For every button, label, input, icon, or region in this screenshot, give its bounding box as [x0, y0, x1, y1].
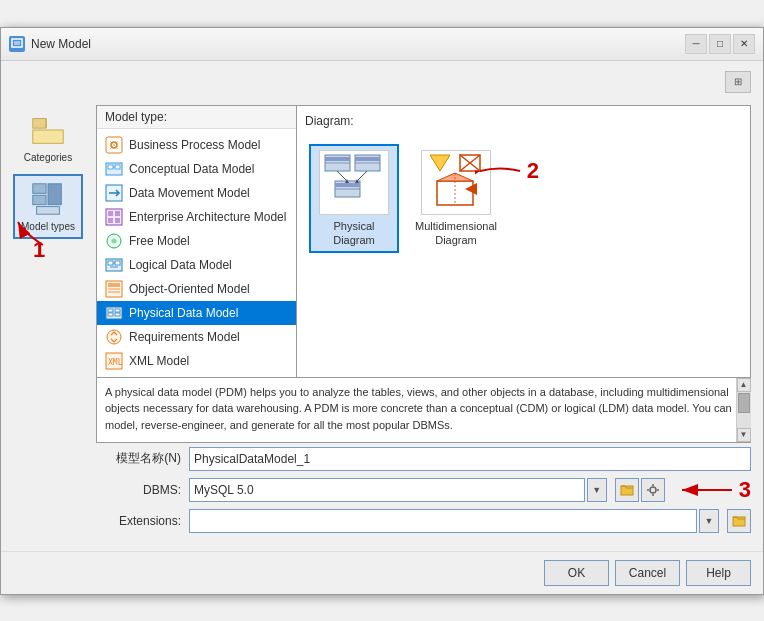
dbms-select[interactable]: MySQL 5.0 MySQL 8.0 Oracle 12c SQL Serve… — [189, 478, 585, 502]
title-bar: New Model ─ □ ✕ — [1, 28, 763, 61]
svg-rect-5 — [33, 183, 46, 193]
model-type-free[interactable]: Free Model — [97, 229, 296, 253]
enterprise-icon — [105, 208, 123, 226]
folder-icon — [620, 483, 634, 497]
svg-rect-41 — [325, 157, 350, 161]
model-type-business-process[interactable]: Business Process Model — [97, 133, 296, 157]
model-type-enterprise[interactable]: Enterprise Architecture Model — [97, 205, 296, 229]
svg-rect-34 — [115, 309, 120, 312]
xml-label: XML Model — [129, 354, 189, 368]
requirements-label: Requirements Model — [129, 330, 240, 344]
model-type-data-movement[interactable]: Data Movement Model — [97, 181, 296, 205]
extensions-row: Extensions: ▼ — [96, 509, 751, 533]
data-movement-icon — [105, 184, 123, 202]
config-icon — [646, 483, 660, 497]
svg-line-50 — [357, 171, 367, 181]
model-type-list: Business Process Model Conceptual Data M… — [97, 129, 296, 377]
conceptual-label: Conceptual Data Model — [129, 162, 254, 176]
svg-rect-44 — [355, 157, 380, 161]
sidebar: Categories Model types 1 — [13, 105, 88, 537]
svg-rect-2 — [33, 118, 46, 128]
physical-diagram-svg — [323, 153, 385, 211]
title-bar-controls: ─ □ ✕ — [685, 34, 755, 54]
sidebar-item-categories[interactable]: Categories — [13, 105, 83, 170]
ok-button[interactable]: OK — [544, 560, 609, 586]
minimize-button[interactable]: ─ — [685, 34, 707, 54]
help-button[interactable]: Help — [686, 560, 751, 586]
svg-rect-8 — [37, 206, 60, 214]
model-name-input[interactable] — [189, 447, 751, 471]
svg-rect-1 — [14, 41, 20, 45]
free-model-label: Free Model — [129, 234, 190, 248]
svg-rect-47 — [335, 183, 360, 187]
svg-rect-3 — [33, 130, 63, 143]
model-type-xml[interactable]: XML XML Model — [97, 349, 296, 373]
model-type-conceptual[interactable]: Conceptual Data Model — [97, 157, 296, 181]
physical-icon — [105, 304, 123, 322]
scroll-up-arrow[interactable]: ▲ — [737, 378, 751, 392]
diagram-item-multidimensional[interactable]: Multidimensional Diagram — [411, 144, 501, 254]
business-process-label: Business Process Model — [129, 138, 260, 152]
dialog-footer: OK Cancel Help — [1, 551, 763, 594]
cancel-button[interactable]: Cancel — [615, 560, 680, 586]
svg-rect-36 — [115, 313, 120, 316]
extensions-dropdown-btn[interactable]: ▼ — [699, 509, 719, 533]
svg-rect-29 — [108, 283, 120, 287]
svg-rect-25 — [115, 261, 120, 265]
scroll-track — [737, 392, 751, 428]
physical-label: Physical Data Model — [129, 306, 238, 320]
description-text: A physical data model (PDM) helps you to… — [105, 386, 732, 431]
free-model-icon — [105, 232, 123, 250]
physical-diagram-thumb — [319, 150, 389, 215]
dbms-dropdown-btn[interactable]: ▼ — [587, 478, 607, 502]
top-toolbar: ⊞ — [13, 71, 751, 93]
requirements-icon — [105, 328, 123, 346]
model-type-requirements[interactable]: Requirements Model — [97, 325, 296, 349]
form-section: 模型名称(N) DBMS: MySQL 5.0 MySQL 8.0 Oracle… — [96, 443, 751, 537]
svg-rect-7 — [48, 183, 61, 204]
model-types-icon — [28, 180, 68, 218]
model-name-row: 模型名称(N) — [96, 447, 751, 471]
extensions-label: Extensions: — [96, 514, 181, 528]
panels-row: Model type: Business Process Model — [96, 105, 751, 378]
model-type-header: Model type: — [97, 106, 296, 129]
categories-label: Categories — [24, 152, 72, 164]
svg-rect-14 — [115, 165, 120, 169]
scroll-down-arrow[interactable]: ▼ — [737, 428, 751, 442]
dbms-select-wrapper: MySQL 5.0 MySQL 8.0 Oracle 12c SQL Serve… — [189, 478, 607, 502]
extensions-browse-btn[interactable] — [727, 509, 751, 533]
extensions-folder-icon — [732, 514, 746, 528]
physical-diagram-label: Physical Diagram — [315, 219, 393, 248]
dialog-title: New Model — [31, 37, 91, 51]
svg-rect-13 — [108, 165, 113, 169]
arrow-2-svg — [475, 156, 525, 186]
svg-rect-24 — [108, 261, 113, 265]
dialog-body: ⊞ Categories — [1, 61, 763, 547]
main-content: Model type: Business Process Model — [96, 105, 751, 537]
dbms-config-btn[interactable] — [641, 478, 665, 502]
model-name-label: 模型名称(N) — [96, 450, 181, 467]
multidimensional-diagram-label: Multidimensional Diagram — [415, 219, 497, 248]
extensions-input[interactable] — [189, 509, 697, 533]
oo-model-icon — [105, 280, 123, 298]
description-scrollbar[interactable]: ▲ ▼ — [736, 378, 750, 442]
model-type-panel: Model type: Business Process Model — [97, 106, 297, 377]
model-type-physical[interactable]: Physical Data Model — [97, 301, 296, 325]
maximize-button[interactable]: □ — [709, 34, 731, 54]
grid-view-button[interactable]: ⊞ — [725, 71, 751, 93]
enterprise-label: Enterprise Architecture Model — [129, 210, 286, 224]
diagram-header: Diagram: — [305, 114, 742, 132]
model-type-oo[interactable]: Object-Oriented Model — [97, 277, 296, 301]
model-type-logical[interactable]: Logical Data Model — [97, 253, 296, 277]
annotation-3: 3 — [739, 477, 751, 503]
svg-marker-53 — [430, 155, 450, 171]
close-button[interactable]: ✕ — [733, 34, 755, 54]
svg-rect-6 — [33, 195, 46, 205]
conceptual-icon — [105, 160, 123, 178]
xml-icon: XML — [105, 352, 123, 370]
diagram-item-physical[interactable]: Physical Diagram — [309, 144, 399, 254]
diagram-grid: Physical Diagram — [305, 140, 742, 258]
description-area: A physical data model (PDM) helps you to… — [96, 378, 751, 443]
dbms-browse-btn[interactable] — [615, 478, 639, 502]
svg-point-63 — [650, 487, 656, 493]
